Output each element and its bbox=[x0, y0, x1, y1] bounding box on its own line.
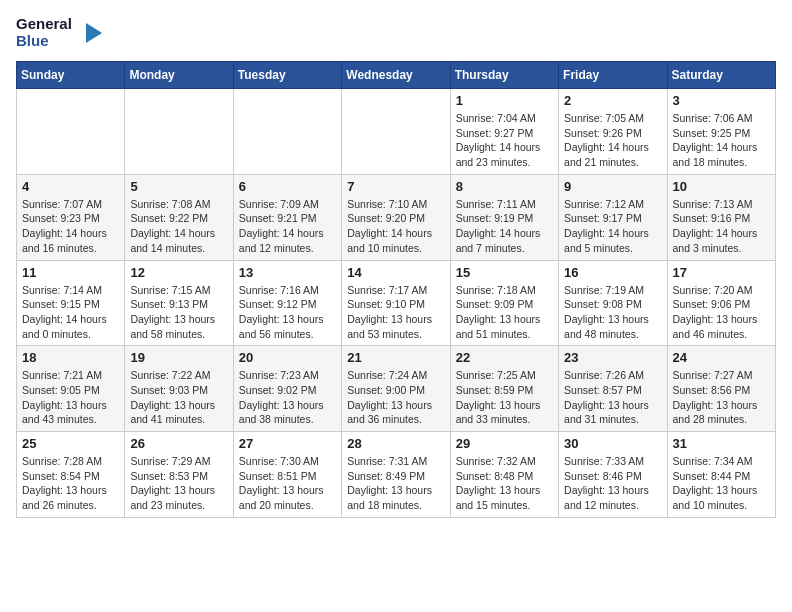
calendar-cell: 7Sunrise: 7:10 AM Sunset: 9:20 PM Daylig… bbox=[342, 174, 450, 260]
day-info: Sunrise: 7:23 AM Sunset: 9:02 PM Dayligh… bbox=[239, 368, 336, 427]
day-number: 9 bbox=[564, 179, 661, 194]
calendar-cell: 14Sunrise: 7:17 AM Sunset: 9:10 PM Dayli… bbox=[342, 260, 450, 346]
day-info: Sunrise: 7:26 AM Sunset: 8:57 PM Dayligh… bbox=[564, 368, 661, 427]
calendar-cell bbox=[233, 89, 341, 175]
calendar-cell: 25Sunrise: 7:28 AM Sunset: 8:54 PM Dayli… bbox=[17, 432, 125, 518]
day-info: Sunrise: 7:09 AM Sunset: 9:21 PM Dayligh… bbox=[239, 197, 336, 256]
day-number: 18 bbox=[22, 350, 119, 365]
calendar-cell: 27Sunrise: 7:30 AM Sunset: 8:51 PM Dayli… bbox=[233, 432, 341, 518]
day-number: 27 bbox=[239, 436, 336, 451]
day-info: Sunrise: 7:27 AM Sunset: 8:56 PM Dayligh… bbox=[673, 368, 770, 427]
calendar-cell: 13Sunrise: 7:16 AM Sunset: 9:12 PM Dayli… bbox=[233, 260, 341, 346]
day-info: Sunrise: 7:11 AM Sunset: 9:19 PM Dayligh… bbox=[456, 197, 553, 256]
calendar-table: SundayMondayTuesdayWednesdayThursdayFrid… bbox=[16, 61, 776, 518]
day-number: 17 bbox=[673, 265, 770, 280]
day-info: Sunrise: 7:17 AM Sunset: 9:10 PM Dayligh… bbox=[347, 283, 444, 342]
calendar-cell: 28Sunrise: 7:31 AM Sunset: 8:49 PM Dayli… bbox=[342, 432, 450, 518]
day-info: Sunrise: 7:32 AM Sunset: 8:48 PM Dayligh… bbox=[456, 454, 553, 513]
calendar-week-row: 4Sunrise: 7:07 AM Sunset: 9:23 PM Daylig… bbox=[17, 174, 776, 260]
calendar-cell: 29Sunrise: 7:32 AM Sunset: 8:48 PM Dayli… bbox=[450, 432, 558, 518]
day-number: 16 bbox=[564, 265, 661, 280]
calendar-cell: 30Sunrise: 7:33 AM Sunset: 8:46 PM Dayli… bbox=[559, 432, 667, 518]
calendar-week-row: 1Sunrise: 7:04 AM Sunset: 9:27 PM Daylig… bbox=[17, 89, 776, 175]
svg-marker-0 bbox=[86, 23, 102, 43]
day-info: Sunrise: 7:20 AM Sunset: 9:06 PM Dayligh… bbox=[673, 283, 770, 342]
calendar-cell: 19Sunrise: 7:22 AM Sunset: 9:03 PM Dayli… bbox=[125, 346, 233, 432]
day-number: 10 bbox=[673, 179, 770, 194]
calendar-cell: 15Sunrise: 7:18 AM Sunset: 9:09 PM Dayli… bbox=[450, 260, 558, 346]
day-info: Sunrise: 7:10 AM Sunset: 9:20 PM Dayligh… bbox=[347, 197, 444, 256]
day-info: Sunrise: 7:24 AM Sunset: 9:00 PM Dayligh… bbox=[347, 368, 444, 427]
calendar-cell: 23Sunrise: 7:26 AM Sunset: 8:57 PM Dayli… bbox=[559, 346, 667, 432]
day-number: 7 bbox=[347, 179, 444, 194]
weekday-header-cell: Monday bbox=[125, 62, 233, 89]
day-info: Sunrise: 7:29 AM Sunset: 8:53 PM Dayligh… bbox=[130, 454, 227, 513]
day-number: 4 bbox=[22, 179, 119, 194]
logo-text: General Blue bbox=[16, 16, 72, 49]
day-number: 11 bbox=[22, 265, 119, 280]
weekday-header-cell: Friday bbox=[559, 62, 667, 89]
weekday-header-cell: Sunday bbox=[17, 62, 125, 89]
calendar-week-row: 11Sunrise: 7:14 AM Sunset: 9:15 PM Dayli… bbox=[17, 260, 776, 346]
day-info: Sunrise: 7:08 AM Sunset: 9:22 PM Dayligh… bbox=[130, 197, 227, 256]
day-number: 19 bbox=[130, 350, 227, 365]
day-number: 20 bbox=[239, 350, 336, 365]
day-info: Sunrise: 7:19 AM Sunset: 9:08 PM Dayligh… bbox=[564, 283, 661, 342]
day-info: Sunrise: 7:05 AM Sunset: 9:26 PM Dayligh… bbox=[564, 111, 661, 170]
day-number: 8 bbox=[456, 179, 553, 194]
day-number: 15 bbox=[456, 265, 553, 280]
day-number: 23 bbox=[564, 350, 661, 365]
day-info: Sunrise: 7:30 AM Sunset: 8:51 PM Dayligh… bbox=[239, 454, 336, 513]
day-info: Sunrise: 7:14 AM Sunset: 9:15 PM Dayligh… bbox=[22, 283, 119, 342]
calendar-cell: 2Sunrise: 7:05 AM Sunset: 9:26 PM Daylig… bbox=[559, 89, 667, 175]
day-info: Sunrise: 7:16 AM Sunset: 9:12 PM Dayligh… bbox=[239, 283, 336, 342]
day-number: 29 bbox=[456, 436, 553, 451]
day-info: Sunrise: 7:12 AM Sunset: 9:17 PM Dayligh… bbox=[564, 197, 661, 256]
calendar-cell: 31Sunrise: 7:34 AM Sunset: 8:44 PM Dayli… bbox=[667, 432, 775, 518]
day-number: 24 bbox=[673, 350, 770, 365]
page-header: General Blue bbox=[16, 16, 776, 49]
weekday-header-cell: Tuesday bbox=[233, 62, 341, 89]
calendar-cell bbox=[342, 89, 450, 175]
day-number: 21 bbox=[347, 350, 444, 365]
day-number: 31 bbox=[673, 436, 770, 451]
day-number: 12 bbox=[130, 265, 227, 280]
day-number: 5 bbox=[130, 179, 227, 194]
day-info: Sunrise: 7:28 AM Sunset: 8:54 PM Dayligh… bbox=[22, 454, 119, 513]
day-info: Sunrise: 7:21 AM Sunset: 9:05 PM Dayligh… bbox=[22, 368, 119, 427]
calendar-cell: 22Sunrise: 7:25 AM Sunset: 8:59 PM Dayli… bbox=[450, 346, 558, 432]
calendar-body: 1Sunrise: 7:04 AM Sunset: 9:27 PM Daylig… bbox=[17, 89, 776, 518]
day-number: 13 bbox=[239, 265, 336, 280]
calendar-cell: 9Sunrise: 7:12 AM Sunset: 9:17 PM Daylig… bbox=[559, 174, 667, 260]
day-info: Sunrise: 7:34 AM Sunset: 8:44 PM Dayligh… bbox=[673, 454, 770, 513]
calendar-cell: 8Sunrise: 7:11 AM Sunset: 9:19 PM Daylig… bbox=[450, 174, 558, 260]
day-number: 1 bbox=[456, 93, 553, 108]
day-info: Sunrise: 7:07 AM Sunset: 9:23 PM Dayligh… bbox=[22, 197, 119, 256]
calendar-cell: 21Sunrise: 7:24 AM Sunset: 9:00 PM Dayli… bbox=[342, 346, 450, 432]
logo: General Blue bbox=[16, 16, 104, 49]
weekday-header-cell: Wednesday bbox=[342, 62, 450, 89]
calendar-cell: 12Sunrise: 7:15 AM Sunset: 9:13 PM Dayli… bbox=[125, 260, 233, 346]
day-info: Sunrise: 7:33 AM Sunset: 8:46 PM Dayligh… bbox=[564, 454, 661, 513]
calendar-cell: 11Sunrise: 7:14 AM Sunset: 9:15 PM Dayli… bbox=[17, 260, 125, 346]
calendar-cell bbox=[17, 89, 125, 175]
calendar-cell: 24Sunrise: 7:27 AM Sunset: 8:56 PM Dayli… bbox=[667, 346, 775, 432]
day-number: 14 bbox=[347, 265, 444, 280]
calendar-cell: 17Sunrise: 7:20 AM Sunset: 9:06 PM Dayli… bbox=[667, 260, 775, 346]
calendar-cell: 5Sunrise: 7:08 AM Sunset: 9:22 PM Daylig… bbox=[125, 174, 233, 260]
calendar-week-row: 18Sunrise: 7:21 AM Sunset: 9:05 PM Dayli… bbox=[17, 346, 776, 432]
day-number: 3 bbox=[673, 93, 770, 108]
weekday-header-row: SundayMondayTuesdayWednesdayThursdayFrid… bbox=[17, 62, 776, 89]
day-info: Sunrise: 7:04 AM Sunset: 9:27 PM Dayligh… bbox=[456, 111, 553, 170]
calendar-cell: 4Sunrise: 7:07 AM Sunset: 9:23 PM Daylig… bbox=[17, 174, 125, 260]
logo-triangle-icon bbox=[76, 19, 104, 47]
calendar-cell: 1Sunrise: 7:04 AM Sunset: 9:27 PM Daylig… bbox=[450, 89, 558, 175]
day-number: 30 bbox=[564, 436, 661, 451]
day-number: 2 bbox=[564, 93, 661, 108]
calendar-cell: 20Sunrise: 7:23 AM Sunset: 9:02 PM Dayli… bbox=[233, 346, 341, 432]
day-info: Sunrise: 7:31 AM Sunset: 8:49 PM Dayligh… bbox=[347, 454, 444, 513]
calendar-cell: 26Sunrise: 7:29 AM Sunset: 8:53 PM Dayli… bbox=[125, 432, 233, 518]
day-info: Sunrise: 7:13 AM Sunset: 9:16 PM Dayligh… bbox=[673, 197, 770, 256]
calendar-cell: 6Sunrise: 7:09 AM Sunset: 9:21 PM Daylig… bbox=[233, 174, 341, 260]
calendar-cell: 18Sunrise: 7:21 AM Sunset: 9:05 PM Dayli… bbox=[17, 346, 125, 432]
